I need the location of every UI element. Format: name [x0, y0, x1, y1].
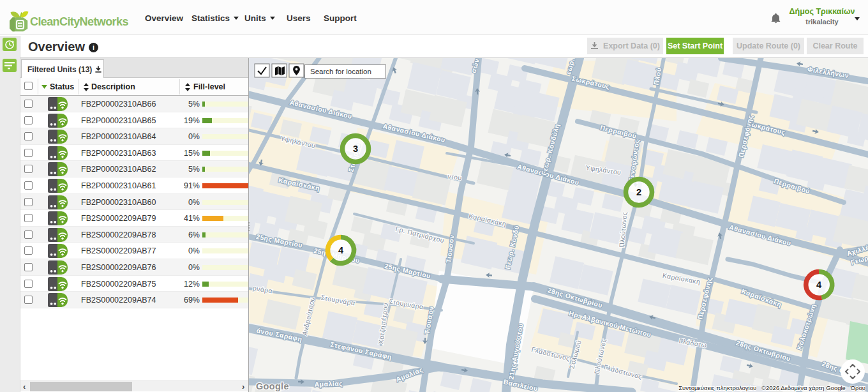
- svg-text:4: 4: [816, 280, 821, 290]
- svg-text:4: 4: [338, 245, 343, 255]
- svg-text:Google: Google: [256, 381, 289, 391]
- svg-text:Search for location: Search for location: [310, 68, 371, 75]
- svg-text:3: 3: [353, 144, 358, 154]
- svg-text:2: 2: [636, 187, 641, 197]
- svg-text:Συντομεύσεις πληκτρολογίου ©: Συντομεύσεις πληκτρολογίου ©2026 Δεδομέν…: [678, 384, 865, 391]
